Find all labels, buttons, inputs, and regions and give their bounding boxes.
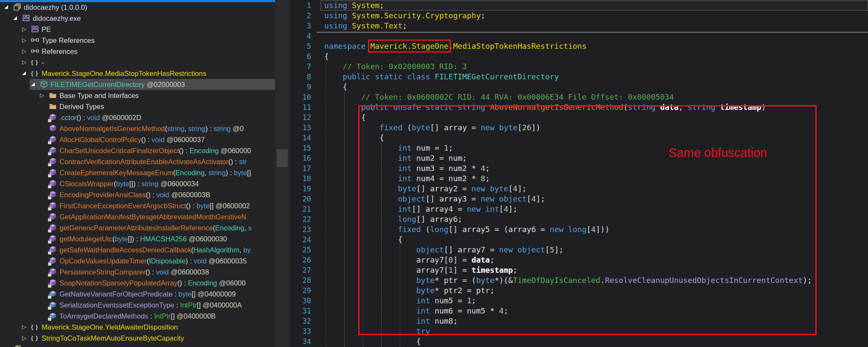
- line-number[interactable]: 14: [289, 133, 311, 143]
- collapse-icon[interactable]: [13, 16, 17, 20]
- line-number[interactable]: 13: [289, 123, 311, 133]
- tree-item[interactable]: SoapNotationSparselyPopulatedArray() : E…: [0, 277, 275, 288]
- tree-item[interactable]: getSafeWaitHandleAccessDeniedCallback(Ha…: [0, 244, 275, 255]
- tree-item[interactable]: EncodingProviderAnsiClass() : void @0600…: [0, 189, 275, 200]
- expand-icon[interactable]: ▷: [22, 26, 28, 32]
- tree-item[interactable]: ▷ Base Type and Interfaces: [0, 90, 275, 101]
- tree-item[interactable]: ▷: [0, 344, 275, 347]
- line-number[interactable]: 22: [289, 214, 311, 224]
- expand-icon[interactable]: ▷: [22, 48, 28, 54]
- collapse-icon[interactable]: [22, 71, 26, 75]
- tree-item[interactable]: ▷ PE: [0, 24, 275, 35]
- private-method-icon: [49, 201, 57, 210]
- private-field-icon: [49, 301, 57, 309]
- line-number[interactable]: 19: [289, 184, 311, 194]
- line-number[interactable]: 7: [289, 62, 311, 72]
- tree-item-label: didocaezhy (1.0.0.0): [24, 2, 87, 13]
- expand-icon[interactable]: ▷: [22, 37, 28, 43]
- tree-item[interactable]: FirstChanceExceptionEventArgscbStruct() …: [0, 200, 275, 211]
- line-number[interactable]: 18: [289, 174, 311, 184]
- line-number[interactable]: 33: [289, 326, 311, 336]
- code-line[interactable]: using System.Security.Cryptography;: [324, 11, 485, 21]
- expand-icon[interactable]: ▷: [40, 92, 46, 98]
- code-line[interactable]: // Token: 0x02000003 RID: 3: [324, 62, 467, 72]
- line-number[interactable]: 3: [289, 21, 311, 31]
- tree-item[interactable]: { }Maverick.StageOne.MediaStopTokenHasRe…: [0, 68, 275, 79]
- line-number[interactable]: 9: [289, 82, 311, 92]
- line-number[interactable]: 17: [289, 163, 311, 174]
- code-line[interactable]: public static class FILETIMEGetCurrentDi…: [324, 72, 559, 82]
- assembly-explorer-pane[interactable]: didocaezhy (1.0.0.0) didocaezhy.exe▷ PE▷…: [0, 0, 275, 347]
- tree-item[interactable]: getGenericParameterAttributesInstallerRe…: [0, 222, 275, 233]
- tree-item[interactable]: SerializationEventssetExceptionType : In…: [0, 299, 275, 311]
- line-number[interactable]: 5: [289, 41, 311, 51]
- expand-icon[interactable]: ▷: [22, 324, 28, 330]
- tree-item[interactable]: ▷{ }-: [0, 57, 275, 68]
- tree-item[interactable]: CSlocalsWrapper(byte[]) : string @060000…: [0, 178, 275, 189]
- code-line[interactable]: using System;: [324, 0, 384, 11]
- scrollbar-thumb[interactable]: [277, 149, 288, 167]
- tree-item[interactable]: FILETIMEGetCurrentDirectory @02000003: [0, 79, 275, 90]
- line-number[interactable]: 23: [289, 224, 311, 235]
- tree-item[interactable]: AllocHGlobalControlPolicy() : void @0600…: [0, 134, 275, 145]
- tree-item[interactable]: GetApplicationManifestBytesgetAbbreviate…: [0, 211, 275, 222]
- code-line[interactable]: // Token: 0x0600002C RID: 44 RVA: 0x0000…: [324, 92, 674, 102]
- tree-scrollbar[interactable]: [275, 0, 289, 347]
- tree-item[interactable]: .cctor() : void @0600002D: [0, 112, 275, 123]
- tree-item[interactable]: ▷{ }StringToCoTaskMemAutoEnsureByteCapac…: [0, 333, 275, 344]
- expand-icon[interactable]: ▷: [22, 59, 28, 65]
- namespace-icon: { }: [31, 69, 39, 78]
- tree-item[interactable]: PersistenceStringComparer() : void @0600…: [0, 266, 275, 277]
- tree-item[interactable]: ▷ Type References: [0, 35, 275, 46]
- tree-item[interactable]: ToArraygetDeclaredMethods : IntPtr[] @04…: [0, 311, 275, 322]
- collapse-icon[interactable]: [31, 82, 35, 86]
- line-number[interactable]: 32: [289, 316, 311, 326]
- line-number[interactable]: 11: [289, 102, 311, 112]
- tree-item[interactable]: getModulegetUtc(byte[]) : HMACSHA256 @06…: [0, 233, 275, 244]
- lock-icon: [48, 318, 51, 321]
- line-number[interactable]: 29: [289, 285, 311, 296]
- tree-item[interactable]: ▷ References: [0, 46, 275, 57]
- line-number[interactable]: 20: [289, 194, 311, 204]
- line-number[interactable]: 16: [289, 153, 311, 163]
- line-number[interactable]: 15: [289, 143, 311, 153]
- line-number[interactable]: 21: [289, 204, 311, 214]
- tree-item[interactable]: CreateEphemeralKeyMessageEnum(Encoding, …: [0, 167, 275, 178]
- references-icon: [31, 47, 39, 56]
- line-number[interactable]: 8: [289, 72, 311, 82]
- line-number[interactable]: 6: [289, 51, 311, 62]
- line-number[interactable]: 30: [289, 296, 311, 306]
- tree-item[interactable]: OpCodeValuesUpdateTimer(IDisposable) : v…: [0, 255, 275, 266]
- expand-icon[interactable]: ▷: [22, 335, 28, 341]
- line-number[interactable]: 25: [289, 245, 311, 255]
- tree-item[interactable]: AboveNormalgetIsGenericMethod(string, st…: [0, 123, 275, 134]
- code-line[interactable]: using System.Text;: [324, 21, 407, 31]
- code-editor-pane[interactable]: 1234567891011121314151617181920212223242…: [289, 0, 868, 347]
- code-line[interactable]: namespace Maverick.StageOne.MediaStopTok…: [324, 41, 587, 51]
- tree-item[interactable]: didocaezhy (1.0.0.0): [0, 2, 275, 13]
- annotation-label: Same obfuscation: [669, 146, 767, 160]
- line-number[interactable]: 28: [289, 275, 311, 285]
- line-number[interactable]: 27: [289, 265, 311, 275]
- tree-item[interactable]: CharSetUnicodeCriticalFinalizerObject() …: [0, 145, 275, 156]
- line-number[interactable]: 1: [289, 0, 311, 11]
- tree-item[interactable]: Derived Types: [0, 101, 275, 112]
- tree-item[interactable]: GetNativeVariantForObjectPredicate : byt…: [0, 288, 275, 299]
- line-number[interactable]: 34: [289, 336, 311, 347]
- line-number[interactable]: 24: [289, 235, 311, 245]
- line-number[interactable]: 10: [289, 92, 311, 102]
- module-icon: [22, 14, 31, 22]
- code-line[interactable]: {: [324, 82, 347, 92]
- line-number[interactable]: 12: [289, 112, 311, 123]
- line-number[interactable]: 26: [289, 255, 311, 265]
- code-line[interactable]: {: [324, 336, 421, 347]
- code-line[interactable]: {: [324, 51, 329, 62]
- tree-item[interactable]: didocaezhy.exe: [0, 13, 275, 24]
- line-number[interactable]: 31: [289, 306, 311, 316]
- tree-item-label: CreateEphemeralKeyMessageEnum(Encoding, …: [59, 167, 251, 178]
- line-number[interactable]: 2: [289, 11, 311, 21]
- line-number[interactable]: 4: [289, 31, 311, 41]
- collapse-icon[interactable]: [4, 5, 8, 9]
- tree-item[interactable]: ▷{ }Maverick.StageOne.YieldAwaiterDispos…: [0, 322, 275, 333]
- tree-item[interactable]: ContractVerificationAttributeEnableActiv…: [0, 156, 275, 167]
